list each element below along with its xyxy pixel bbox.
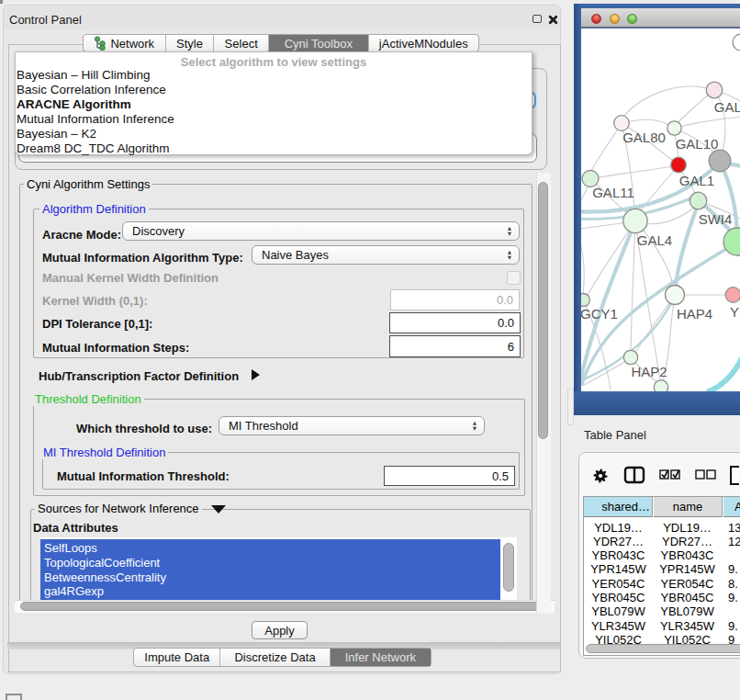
svg-text:HAP4: HAP4	[677, 306, 712, 322]
svg-text:GAL11: GAL11	[592, 185, 634, 200]
svg-text:GAL80: GAL80	[622, 130, 666, 145]
svg-text:GAL4: GAL4	[637, 232, 672, 248]
svg-text:GAL10: GAL10	[676, 136, 719, 152]
svg-text:YDR1: YDR1	[730, 304, 740, 320]
svg-text:GAL1: GAL1	[679, 173, 714, 188]
svg-text:SWI4: SWI4	[699, 211, 733, 227]
svg-text:GCY1: GCY1	[581, 306, 618, 322]
svg-text:GAL2: GAL2	[714, 99, 740, 115]
svg-text:HAP2: HAP2	[631, 364, 667, 379]
